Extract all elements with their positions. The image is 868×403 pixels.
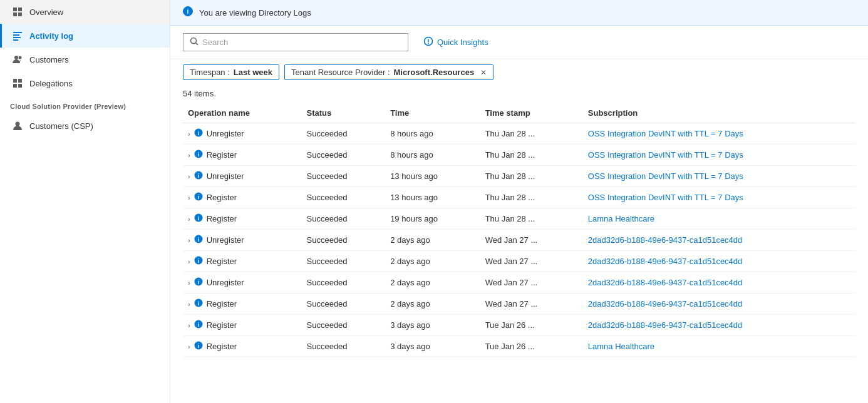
quick-insights-button[interactable]: Quick Insights bbox=[418, 33, 493, 51]
subscription-link[interactable]: Lamna Healthcare bbox=[588, 342, 654, 351]
items-count: 54 items. bbox=[170, 85, 868, 103]
svg-text:i: i bbox=[197, 343, 199, 349]
row-expand-button[interactable]: › bbox=[188, 322, 190, 329]
operation-cell: › i Unregister bbox=[183, 272, 302, 293]
col-operation[interactable]: Operation name bbox=[183, 103, 302, 123]
filter-tenant-rp-label: Tenant Resource Provider : bbox=[291, 68, 390, 77]
time-cell: 2 days ago bbox=[385, 230, 480, 251]
row-expand-button[interactable]: › bbox=[188, 237, 190, 244]
subscription-cell[interactable]: OSS Integration DevINT with TTL = 7 Days bbox=[583, 145, 855, 166]
operation-name: Register bbox=[207, 193, 237, 202]
info-circle: i bbox=[194, 192, 203, 203]
filter-tenant-rp-close[interactable]: ✕ bbox=[480, 68, 487, 77]
col-subscription[interactable]: Subscription bbox=[583, 103, 855, 123]
subscription-cell[interactable]: 2dad32d6-b188-49e6-9437-ca1d51cec4dd bbox=[583, 293, 855, 315]
sidebar-item-label: Customers bbox=[29, 55, 69, 64]
row-expand-button[interactable]: › bbox=[188, 258, 190, 265]
row-expand-button[interactable]: › bbox=[188, 194, 190, 202]
sidebar-item-customers-csp[interactable]: Customers (CSP) bbox=[0, 114, 170, 138]
table-row: › i Register Succeeded2 days agoWed Jan … bbox=[183, 251, 855, 272]
operation-cell: › i Register bbox=[183, 145, 302, 166]
timestamp-cell: Wed Jan 27 ... bbox=[480, 293, 583, 315]
sidebar-item-activity-log[interactable]: Activity log bbox=[0, 24, 170, 48]
subscription-cell[interactable]: Lamna Healthcare bbox=[583, 336, 855, 357]
operation-name: Register bbox=[207, 342, 237, 351]
status-cell: Succeeded bbox=[302, 145, 386, 166]
svg-rect-3 bbox=[18, 13, 22, 16]
search-input[interactable] bbox=[202, 38, 401, 47]
timestamp-cell: Thu Jan 28 ... bbox=[480, 187, 583, 208]
svg-rect-0 bbox=[13, 8, 17, 11]
svg-point-8 bbox=[14, 56, 18, 59]
col-time[interactable]: Time bbox=[385, 103, 480, 123]
subscription-link[interactable]: OSS Integration DevINT with TTL = 7 Days bbox=[588, 171, 743, 181]
operation-cell: › i Unregister bbox=[183, 230, 302, 251]
quick-insights-icon bbox=[423, 36, 433, 48]
subscription-cell[interactable]: 2dad32d6-b188-49e6-9437-ca1d51cec4dd bbox=[583, 251, 855, 272]
operation-name: Register bbox=[207, 320, 237, 330]
table-row: › i Unregister Succeeded13 hours agoThu … bbox=[183, 166, 855, 187]
row-expand-button[interactable]: › bbox=[188, 130, 190, 138]
subscription-cell[interactable]: Lamna Healthcare bbox=[583, 208, 855, 230]
subscription-cell[interactable]: OSS Integration DevINT with TTL = 7 Days bbox=[583, 166, 855, 187]
info-banner-text: You are viewing Directory Logs bbox=[199, 8, 311, 18]
subscription-cell[interactable]: OSS Integration DevINT with TTL = 7 Days bbox=[583, 187, 855, 208]
filter-tenant-rp-value: Microsoft.Resources bbox=[394, 68, 475, 77]
subscription-link[interactable]: Lamna Healthcare bbox=[588, 214, 654, 223]
search-icon bbox=[190, 37, 199, 48]
subscription-link[interactable]: 2dad32d6-b188-49e6-9437-ca1d51cec4dd bbox=[588, 278, 743, 287]
operation-cell: › i Register bbox=[183, 187, 302, 208]
col-timestamp[interactable]: Time stamp bbox=[480, 103, 583, 123]
subscription-cell[interactable]: 2dad32d6-b188-49e6-9437-ca1d51cec4dd bbox=[583, 315, 855, 336]
search-box[interactable] bbox=[183, 33, 408, 51]
info-banner-icon: i bbox=[183, 6, 193, 19]
operation-name: Unregister bbox=[207, 278, 244, 287]
status-cell: Succeeded bbox=[302, 272, 386, 293]
info-circle: i bbox=[194, 235, 203, 245]
subscription-cell[interactable]: OSS Integration DevINT with TTL = 7 Days bbox=[583, 123, 855, 145]
subscription-link[interactable]: 2dad32d6-b188-49e6-9437-ca1d51cec4dd bbox=[588, 235, 743, 245]
row-expand-button[interactable]: › bbox=[188, 215, 190, 223]
info-circle: i bbox=[194, 320, 203, 330]
subscription-link[interactable]: OSS Integration DevINT with TTL = 7 Days bbox=[588, 129, 743, 138]
sidebar-item-overview[interactable]: Overview bbox=[0, 0, 170, 24]
subscription-cell[interactable]: 2dad32d6-b188-49e6-9437-ca1d51cec4dd bbox=[583, 272, 855, 293]
row-expand-button[interactable]: › bbox=[188, 300, 190, 308]
time-cell: 2 days ago bbox=[385, 251, 480, 272]
svg-rect-7 bbox=[13, 39, 18, 41]
table-row: › i Register Succeeded19 hours agoThu Ja… bbox=[183, 208, 855, 230]
timestamp-cell: Wed Jan 27 ... bbox=[480, 272, 583, 293]
subscription-link[interactable]: 2dad32d6-b188-49e6-9437-ca1d51cec4dd bbox=[588, 257, 743, 266]
svg-text:i: i bbox=[197, 237, 199, 243]
subscription-cell[interactable]: 2dad32d6-b188-49e6-9437-ca1d51cec4dd bbox=[583, 230, 855, 251]
subscription-link[interactable]: 2dad32d6-b188-49e6-9437-ca1d51cec4dd bbox=[588, 299, 743, 309]
filter-timespan: Timespan : Last week bbox=[183, 64, 279, 80]
time-cell: 2 days ago bbox=[385, 272, 480, 293]
table-row: › i Register Succeeded8 hours agoThu Jan… bbox=[183, 145, 855, 166]
status-cell: Succeeded bbox=[302, 208, 386, 230]
subscription-link[interactable]: 2dad32d6-b188-49e6-9437-ca1d51cec4dd bbox=[588, 320, 743, 330]
row-expand-button[interactable]: › bbox=[188, 151, 190, 159]
svg-rect-4 bbox=[13, 32, 22, 33]
sidebar-item-delegations[interactable]: Delegations bbox=[0, 71, 170, 95]
info-circle: i bbox=[194, 171, 203, 181]
row-expand-button[interactable]: › bbox=[188, 279, 190, 287]
timestamp-cell: Thu Jan 28 ... bbox=[480, 208, 583, 230]
status-cell: Succeeded bbox=[302, 315, 386, 336]
operation-cell: › i Register bbox=[183, 208, 302, 230]
subscription-link[interactable]: OSS Integration DevINT with TTL = 7 Days bbox=[588, 193, 743, 202]
row-expand-button[interactable]: › bbox=[188, 173, 190, 180]
svg-line-18 bbox=[196, 43, 199, 46]
filter-tenant-rp: Tenant Resource Provider : Microsoft.Res… bbox=[284, 64, 493, 80]
toolbar: Quick Insights bbox=[170, 26, 868, 59]
svg-text:i: i bbox=[187, 8, 189, 15]
timestamp-cell: Tue Jan 26 ... bbox=[480, 315, 583, 336]
info-circle: i bbox=[194, 277, 203, 288]
col-status[interactable]: Status bbox=[302, 103, 386, 123]
subscription-link[interactable]: OSS Integration DevINT with TTL = 7 Days bbox=[588, 150, 743, 160]
svg-text:i: i bbox=[197, 322, 199, 328]
row-expand-button[interactable]: › bbox=[188, 343, 190, 350]
sidebar-item-customers[interactable]: Customers bbox=[0, 48, 170, 71]
operation-name: Unregister bbox=[207, 235, 244, 245]
time-cell: 2 days ago bbox=[385, 293, 480, 315]
